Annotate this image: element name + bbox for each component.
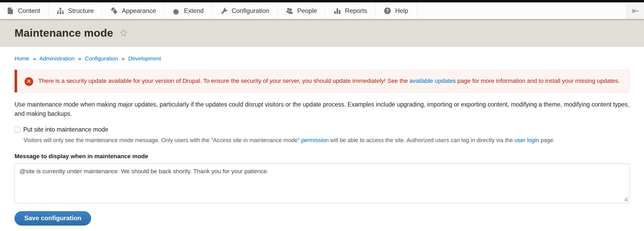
toolbar-tab-help[interactable]: ? Help bbox=[376, 2, 416, 19]
breadcrumb-link-configuration[interactable]: Configuration bbox=[85, 55, 118, 61]
description-part3: page. bbox=[539, 137, 555, 143]
error-icon: ✕ bbox=[25, 77, 33, 86]
puzzle-icon bbox=[173, 7, 180, 15]
error-text-before-link: There is a security update available for… bbox=[38, 78, 410, 84]
toolbar-tab-label: Appearance bbox=[122, 7, 156, 15]
toolbar-orientation-toggle[interactable]: ⇤ bbox=[627, 2, 644, 19]
security-update-error-banner: ✕ There is a security update available f… bbox=[15, 70, 629, 93]
message-field-label: Message to display when in maintenance m… bbox=[15, 153, 629, 160]
breadcrumb-link-home[interactable]: Home bbox=[15, 55, 29, 61]
error-message-text: There is a security update available for… bbox=[38, 76, 620, 86]
main-content: Home » Administration » Configuration » … bbox=[0, 55, 644, 225]
page-header-band: Maintenance mode ☆ bbox=[0, 19, 644, 47]
svg-text:?: ? bbox=[386, 8, 389, 13]
toolbar-tab-label: Content bbox=[18, 7, 40, 15]
sitemap-icon bbox=[57, 7, 64, 15]
maintenance-mode-checkbox-label[interactable]: Put site into maintenance mode bbox=[23, 126, 108, 133]
message-textarea-wrap: @site is currently under maintenance. We… bbox=[15, 163, 629, 203]
breadcrumb-separator: » bbox=[78, 55, 81, 61]
user-login-link[interactable]: user login bbox=[514, 137, 539, 143]
breadcrumb-separator: » bbox=[33, 55, 36, 61]
breadcrumb-link-administration[interactable]: Administration bbox=[39, 55, 74, 61]
people-icon bbox=[286, 7, 293, 15]
toolbar-tab-label: Extend bbox=[184, 7, 204, 15]
toolbar-tab-label: Configuration bbox=[232, 7, 269, 15]
top-black-strip bbox=[0, 0, 644, 2]
wrench-icon bbox=[220, 7, 228, 15]
admin-toolbar: Content Structure Appearance Extend Conf… bbox=[0, 2, 644, 19]
breadcrumb-separator: » bbox=[121, 55, 125, 61]
help-icon: ? bbox=[384, 7, 391, 15]
available-updates-link[interactable]: available updates bbox=[410, 78, 456, 84]
toolbar-tab-label: People bbox=[297, 7, 317, 15]
page-title: Maintenance mode bbox=[15, 27, 113, 39]
description-part2: will be able to access the site. Authori… bbox=[329, 137, 514, 143]
maintenance-mode-intro: Use maintenance mode when making major u… bbox=[15, 100, 629, 118]
error-text-after-link: page for more information and to install… bbox=[456, 78, 620, 84]
breadcrumb: Home » Administration » Configuration » … bbox=[15, 55, 629, 62]
toolbar-tab-label: Reports bbox=[345, 7, 367, 15]
breadcrumb-link-development[interactable]: Development bbox=[128, 55, 161, 61]
toolbar-tab-appearance[interactable]: Appearance bbox=[102, 2, 164, 19]
save-configuration-button[interactable]: Save configuration bbox=[15, 211, 91, 225]
bar-chart-icon bbox=[334, 7, 341, 15]
toolbar-spacer bbox=[417, 2, 627, 19]
maintenance-mode-checkbox[interactable] bbox=[15, 127, 20, 133]
toolbar-tab-label: Help bbox=[395, 7, 408, 15]
toolbar-tab-structure[interactable]: Structure bbox=[49, 2, 102, 19]
toolbar-tab-people[interactable]: People bbox=[278, 2, 325, 19]
collapse-left-icon: ⇤ bbox=[632, 6, 639, 16]
toolbar-tab-reports[interactable]: Reports bbox=[325, 2, 376, 19]
file-icon bbox=[7, 7, 14, 15]
toolbar-tab-content[interactable]: Content bbox=[0, 2, 49, 19]
toolbar-tab-label: Structure bbox=[68, 7, 94, 15]
toolbar-tab-extend[interactable]: Extend bbox=[164, 2, 212, 19]
star-icon[interactable]: ☆ bbox=[119, 28, 128, 38]
description-part1: Visitors will only see the maintenance m… bbox=[23, 137, 301, 143]
maintenance-message-textarea[interactable]: @site is currently under maintenance. We… bbox=[15, 163, 629, 203]
toolbar-tab-configuration[interactable]: Configuration bbox=[212, 2, 278, 19]
maintenance-mode-description: Visitors will only see the maintenance m… bbox=[23, 136, 629, 145]
maintenance-mode-checkbox-row: Put site into maintenance mode bbox=[15, 126, 629, 133]
paintbrush-icon bbox=[110, 7, 118, 15]
permission-link[interactable]: permission bbox=[301, 137, 329, 143]
